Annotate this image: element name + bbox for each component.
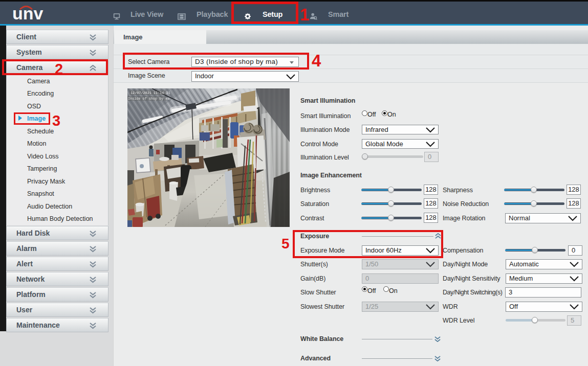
svg-text:12/07/2021 11:14:31: 12/07/2021 11:14:31 — [130, 91, 170, 95]
svg-text:Inside of shop by ma: Inside of shop by ma — [128, 97, 170, 101]
